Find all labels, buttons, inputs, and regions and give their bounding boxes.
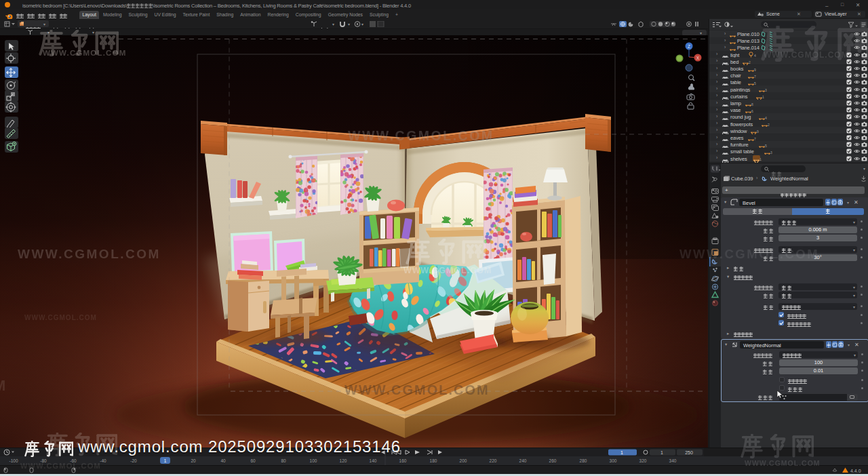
svg-text:280: 280 xyxy=(580,458,587,463)
svg-text:200: 200 xyxy=(460,458,467,463)
svg-text:1: 1 xyxy=(620,450,623,455)
svg-text:Z: Z xyxy=(688,44,690,49)
svg-text:260: 260 xyxy=(549,458,557,463)
svg-text:220: 220 xyxy=(490,458,497,463)
svg-text:250: 250 xyxy=(685,450,693,455)
svg-text:340: 340 xyxy=(669,458,677,463)
svg-text:240: 240 xyxy=(519,458,527,463)
svg-text:320: 320 xyxy=(639,458,647,463)
svg-text:-100: -100 xyxy=(9,458,18,463)
svg-text:X: X xyxy=(696,56,700,60)
svg-text:300: 300 xyxy=(610,458,617,463)
svg-text:1: 1 xyxy=(660,450,663,455)
svg-text:4.4.0: 4.4.0 xyxy=(850,469,861,473)
